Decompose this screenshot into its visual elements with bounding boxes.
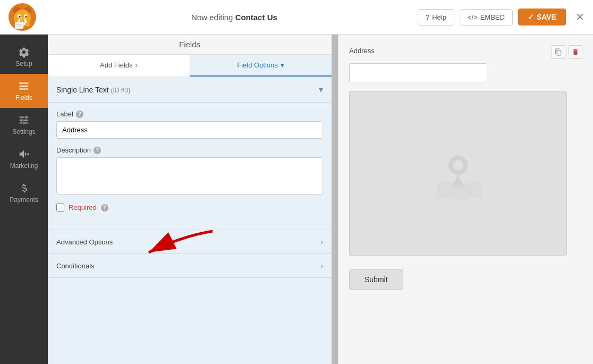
copy-field-button[interactable] — [552, 45, 565, 59]
preview-actions — [552, 45, 582, 59]
panel-splitter[interactable] — [332, 35, 338, 364]
svg-point-9 — [20, 19, 24, 21]
conditionals-section[interactable]: Conditionals › — [48, 254, 332, 278]
editing-prefix: Now editing — [191, 13, 235, 22]
svg-rect-10 — [15, 22, 23, 29]
field-type-chevron-icon: ▾ — [319, 84, 323, 95]
form-name: Contact Us — [235, 13, 277, 22]
tab-field-options[interactable]: Field Options ▾ — [190, 55, 332, 77]
field-type-title: Single Line Text (ID #3) — [56, 86, 130, 94]
add-fields-label: Add Fields — [100, 61, 132, 69]
sidebar: Setup Fields Settings Marketing Payments — [0, 35, 48, 364]
fields-header: Fields — [48, 35, 332, 55]
svg-point-20 — [453, 160, 463, 171]
top-bar: Now editing Contact Us ? Help </> EMBED … — [0, 0, 593, 35]
sidebar-settings-label: Settings — [12, 128, 35, 136]
fields-icon — [18, 80, 30, 92]
sidebar-item-setup[interactable]: Setup — [0, 40, 48, 74]
preview-address-label: Address — [349, 47, 375, 55]
required-info-icon[interactable]: ? — [101, 204, 108, 211]
description-info-icon[interactable]: ? — [94, 147, 101, 154]
form-section: Label ? Description ? Required — [48, 103, 332, 226]
sidebar-item-payments[interactable]: Payments — [0, 176, 48, 210]
save-button[interactable]: ✓ SAVE — [518, 9, 566, 26]
delete-icon — [572, 48, 579, 56]
field-options-chevron: ▾ — [281, 61, 284, 69]
required-row: Required ? — [56, 204, 323, 211]
preview-panel: Address — [338, 35, 593, 364]
fields-section: Fields Add Fields › Field Options ▾ Sing… — [48, 35, 332, 364]
main-layout: Setup Fields Settings Marketing Payments… — [0, 35, 593, 364]
sidebar-marketing-label: Marketing — [10, 162, 38, 170]
svg-rect-15 — [20, 83, 22, 84]
tab-bar: Add Fields › Field Options ▾ — [48, 55, 332, 77]
sidebar-setup-label: Setup — [15, 60, 32, 67]
preview-address-group: Address — [349, 45, 582, 82]
help-question-icon: ? — [426, 13, 429, 21]
advanced-options-label: Advanced Options — [56, 238, 113, 246]
required-label: Required — [69, 204, 97, 211]
close-button[interactable]: ✕ — [575, 11, 584, 23]
sidebar-item-marketing[interactable]: Marketing — [0, 142, 48, 176]
delete-field-button[interactable] — [569, 45, 582, 59]
preview-map-container — [349, 91, 567, 256]
conditionals-label: Conditionals — [56, 262, 95, 270]
copy-icon — [555, 48, 562, 56]
sidebar-item-settings[interactable]: Settings — [0, 108, 48, 142]
embed-code-icon: </> — [468, 13, 478, 21]
field-type-header[interactable]: Single Line Text (ID #3) ▾ — [48, 77, 332, 103]
tab-add-fields[interactable]: Add Fields › — [48, 55, 190, 77]
checkmark-icon: ✓ — [528, 13, 534, 21]
logo-icon — [9, 3, 36, 31]
svg-rect-17 — [20, 89, 22, 90]
field-options-label: Field Options — [237, 61, 278, 69]
preview-address-input — [349, 63, 487, 82]
label-input[interactable] — [56, 121, 323, 139]
description-field-label: Description ? — [56, 146, 323, 154]
help-button[interactable]: ? Help — [418, 9, 454, 26]
megaphone-icon — [18, 148, 30, 160]
top-center-text: Now editing Contact Us — [51, 13, 418, 22]
sidebar-fields-label: Fields — [15, 94, 32, 101]
map-placeholder-icon — [426, 141, 490, 205]
top-actions: ? Help </> EMBED ✓ SAVE ✕ — [418, 9, 584, 26]
add-fields-chevron: › — [135, 61, 138, 69]
svg-point-8 — [26, 16, 27, 18]
preview-submit-area: Submit — [349, 264, 582, 290]
gear-icon — [18, 46, 30, 58]
label-row: Label ? — [56, 110, 323, 139]
svg-point-7 — [19, 16, 21, 18]
label-field-label: Label ? — [56, 110, 323, 118]
sidebar-payments-label: Payments — [10, 196, 38, 204]
conditionals-chevron-icon: › — [320, 261, 323, 270]
description-row: Description ? — [56, 146, 323, 196]
dollar-icon — [18, 182, 30, 194]
label-info-icon[interactable]: ? — [76, 111, 83, 118]
description-textarea[interactable] — [56, 157, 323, 194]
sidebar-item-fields[interactable]: Fields — [0, 74, 48, 108]
logo-area — [9, 3, 51, 31]
advanced-options-chevron-icon: › — [320, 238, 323, 246]
sliders-icon — [18, 114, 30, 126]
field-id: (ID #3) — [111, 87, 130, 94]
submit-button[interactable]: Submit — [349, 269, 403, 290]
panel-content: Single Line Text (ID #3) ▾ Label ? — [48, 77, 332, 364]
svg-rect-16 — [20, 86, 22, 87]
advanced-options-section[interactable]: Advanced Options › — [48, 230, 332, 254]
required-checkbox[interactable] — [56, 204, 64, 211]
embed-button[interactable]: </> EMBED — [460, 9, 513, 26]
